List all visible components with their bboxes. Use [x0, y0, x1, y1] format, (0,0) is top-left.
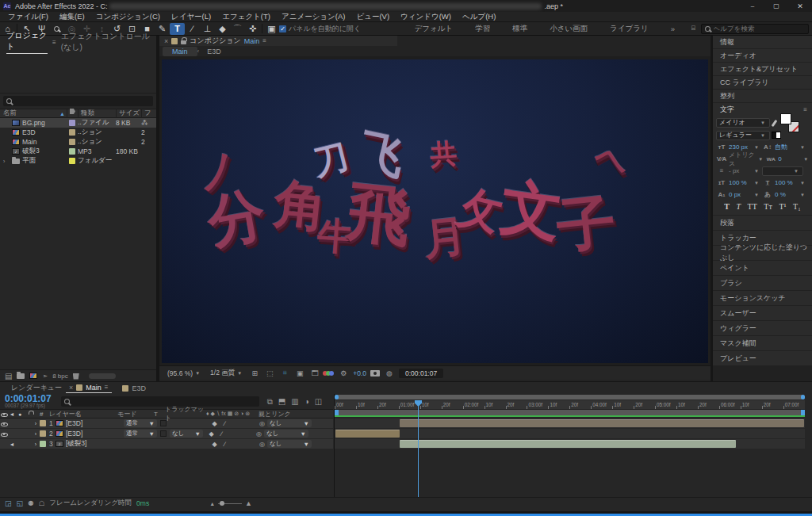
transparency-grid-icon[interactable]: ▣: [294, 369, 305, 377]
baseline-shift-value[interactable]: 0 px: [729, 191, 753, 198]
layer-expander-icon[interactable]: ›: [32, 421, 40, 426]
blend-mode-dropdown[interactable]: 通常▼: [124, 430, 157, 438]
column-mode[interactable]: モード: [117, 410, 154, 419]
minimize-button[interactable]: –: [741, 0, 764, 12]
label-color-swatch[interactable]: [69, 120, 75, 126]
time-ruler[interactable]: 00f10f20f01:00f10f20f02:00f10f20f03:00f1…: [335, 400, 805, 410]
panel-header[interactable]: オーディオ: [713, 49, 812, 62]
parent-link-dropdown[interactable]: なし▼: [264, 430, 308, 438]
menu-item[interactable]: ヘルプ(H): [457, 12, 501, 22]
folder-expander-icon[interactable]: ›: [3, 159, 10, 164]
parent-pickwhip-icon[interactable]: ◎: [257, 420, 267, 427]
close-tab-icon[interactable]: ×: [69, 384, 73, 392]
layer-lane[interactable]: [335, 419, 805, 428]
layer-expander-icon[interactable]: ›: [32, 441, 40, 447]
expand-inout-controls-icon[interactable]: ◱: [17, 499, 24, 507]
help-search-input[interactable]: [714, 25, 805, 32]
auto-open-panels-checkbox[interactable]: ✓: [279, 25, 286, 32]
motion-blur-icon[interactable]: ◑: [304, 397, 309, 407]
label-color-swatch[interactable]: [69, 148, 75, 155]
vertical-scale-value[interactable]: 100 %: [729, 179, 753, 186]
column-name[interactable]: 名前: [3, 109, 17, 118]
workspace-tab[interactable]: 標準: [501, 24, 538, 34]
panel-menu-icon[interactable]: ≡: [262, 37, 266, 44]
quality-switch-icon[interactable]: ◆: [206, 430, 216, 438]
label-color-swatch[interactable]: [69, 158, 75, 164]
text-tool-icon[interactable]: T: [170, 23, 185, 35]
exposure-gear-icon[interactable]: ⚙: [338, 369, 349, 377]
magnification-dropdown[interactable]: (95.6 %)▼: [164, 369, 203, 378]
blend-mode-dropdown[interactable]: 通常▼: [124, 419, 157, 427]
layer-duration-bar[interactable]: [400, 419, 804, 427]
puppet-pin-tool-icon[interactable]: ✜: [245, 23, 260, 35]
panel-header[interactable]: エフェクト&プリセット: [713, 63, 812, 75]
layer-audio-icon[interactable]: ◄: [8, 441, 16, 447]
horizontal-scrollbar[interactable]: [89, 373, 116, 379]
stroke-style-dropdown[interactable]: ▼: [762, 166, 803, 176]
work-area-bar[interactable]: [335, 410, 805, 415]
project-row-heimen[interactable]: ›平面 フォルダー: [0, 156, 156, 166]
font-family-dropdown[interactable]: メイリオ▼: [716, 118, 770, 128]
layer-label-swatch[interactable]: [40, 441, 46, 447]
panel-header[interactable]: 整列: [713, 90, 812, 102]
parent-pickwhip-icon[interactable]: ◎: [254, 430, 264, 438]
track-matte-dropdown[interactable]: なし▼: [170, 430, 203, 438]
toggle-mask-paths-icon[interactable]: ⬚: [264, 369, 275, 377]
project-settings-icon[interactable]: ➣: [42, 373, 48, 380]
show-snapshot-icon[interactable]: ◍: [384, 369, 395, 377]
quality-switch-icon[interactable]: ◆: [209, 441, 220, 448]
workspace-overflow-button[interactable]: »: [660, 25, 686, 33]
workspace-tab[interactable]: デフォルト: [404, 24, 465, 34]
tracking-value[interactable]: 0: [778, 155, 802, 162]
panel-menu-icon[interactable]: ≡: [803, 106, 807, 113]
show-channel-icon[interactable]: [324, 371, 334, 376]
small-caps-button[interactable]: Tт: [764, 202, 772, 211]
menu-item[interactable]: ウィンドウ(W): [395, 12, 457, 22]
workspace-tab[interactable]: 学習: [464, 24, 501, 34]
fill-color-swatch[interactable]: [780, 113, 791, 124]
eraser-tool-icon[interactable]: ◆: [215, 23, 230, 35]
column-fps[interactable]: フレ: [141, 109, 155, 118]
layer-visibility-icon[interactable]: [1, 422, 8, 426]
close-button[interactable]: ✕: [788, 0, 812, 12]
composition-canvas[interactable]: ノ分刀角牛飞飛共月攵文子ヘ: [162, 59, 708, 363]
tab-render-queue[interactable]: レンダーキュー: [11, 383, 62, 393]
subscript-button[interactable]: T₁: [793, 202, 801, 211]
tab-timeline-e3d[interactable]: E3D: [132, 384, 147, 392]
menu-item[interactable]: ファイル(F): [2, 12, 54, 22]
project-row-bgpng[interactable]: BG.png ..ファイル 8 KB ⁂: [0, 118, 156, 128]
new-composition-icon[interactable]: [29, 373, 37, 379]
timeline-track-area[interactable]: 00f10f20f01:00f10f20f02:00f10f20f03:00f1…: [334, 394, 804, 499]
color-depth-label[interactable]: 8 bpc: [52, 373, 68, 380]
menu-item[interactable]: コンポジション(C): [90, 12, 166, 22]
project-row-main[interactable]: Main ..ション 2: [0, 137, 156, 147]
shy-layers-icon[interactable]: ⚉: [28, 499, 34, 507]
menu-item[interactable]: ビュー(V): [350, 12, 395, 22]
tsume-value[interactable]: 0 %: [775, 191, 799, 198]
layer-duration-bar[interactable]: [335, 430, 400, 438]
delete-icon[interactable]: [73, 373, 79, 380]
viewer-tab-e3d[interactable]: E3D: [199, 47, 229, 56]
viewer-tab-main[interactable]: Main: [163, 47, 197, 56]
column-size[interactable]: サイズ: [116, 109, 141, 118]
brainstorm-icon[interactable]: ☖: [39, 499, 45, 507]
effects-switch-icon[interactable]: ∕: [220, 420, 230, 427]
panel-header[interactable]: マスク補間: [713, 336, 812, 350]
interpret-footage-icon[interactable]: ▤: [5, 372, 12, 380]
timeline-navigator-bar[interactable]: [335, 395, 805, 399]
workspace-tab[interactable]: ライブラリ: [599, 24, 660, 34]
panel-header[interactable]: ブラシ: [713, 276, 812, 290]
superscript-button[interactable]: T¹: [779, 202, 786, 211]
menu-item[interactable]: エフェクト(T): [216, 12, 276, 22]
clone-stamp-tool-icon[interactable]: ⊥: [200, 23, 215, 35]
layer-duration-bar[interactable]: [400, 440, 736, 448]
fill-stroke-swatches[interactable]: [780, 113, 799, 132]
preview-window-icon[interactable]: 🗔: [309, 369, 320, 377]
resolution-dropdown[interactable]: 1/2 画質▼: [207, 368, 245, 379]
region-of-interest-icon[interactable]: ⌗: [279, 369, 290, 377]
panel-header[interactable]: プレビュー: [713, 351, 812, 365]
tab-project[interactable]: プロジェクト: [6, 30, 48, 54]
layer-lane[interactable]: [335, 439, 805, 449]
layer-expander-icon[interactable]: ›: [32, 431, 40, 437]
snapshot-camera-icon[interactable]: [370, 370, 380, 376]
